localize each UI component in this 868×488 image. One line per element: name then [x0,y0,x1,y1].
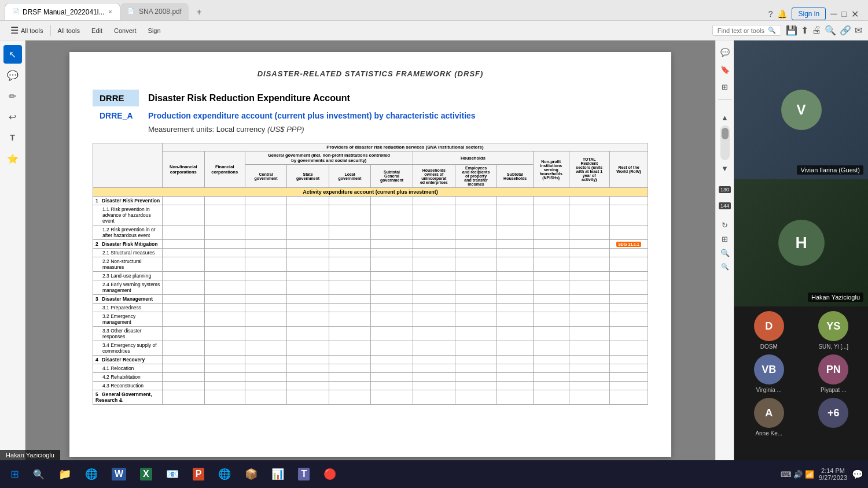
cell [569,197,609,205]
help-icon[interactable]: ? [768,9,773,19]
pencil-tool[interactable]: ✏ [3,87,22,105]
row-3-1-label: 3.1 Preparedness [93,304,163,312]
refresh-right-btn[interactable]: ↻ [718,218,732,232]
minimize-btn[interactable]: ─ [830,9,837,19]
sun-name: SUN, Yi [...] [818,343,848,350]
text-tool[interactable]: T [3,128,22,147]
sign-button[interactable]: Sign [144,25,165,36]
cell [329,197,370,205]
search-button[interactable]: 🔍 [27,467,50,482]
table-row: 4.2 Rehabilitation [93,373,648,382]
grid-right-btn[interactable]: ⊞ [718,80,732,94]
participant-piyapat[interactable]: PN Piyapat ... [804,354,864,393]
participant-sun[interactable]: YS SUN, Yi [...] [804,311,864,350]
powerpoint-button[interactable]: P [187,465,211,483]
bookmark-right-btn[interactable]: 🔖 [718,62,732,76]
notification-icon[interactable]: 🔔 [777,9,787,19]
expand-right-btn[interactable]: ⊞ [718,232,732,246]
chat-right-btn[interactable]: 💬 [718,45,732,59]
hakan-video-bg: H [734,179,868,306]
video-vivian: V Vivian Ilarina (Guest) [734,40,868,179]
col-non-fin: Non-financialcorporations [163,151,205,188]
zoom-in-btn[interactable]: 🔍 [718,246,732,260]
link-icon[interactable]: 🔗 [840,25,851,36]
participant-virginia[interactable]: VB Virginia ... [739,354,799,393]
drre-title: Disaster Risk Reduction Expenditure Acco… [148,93,350,103]
teams-button[interactable]: T [292,465,315,483]
menu-button[interactable]: ☰ All tools [6,23,48,38]
search-toolbar[interactable]: Find text or tools 🔍 [712,25,781,36]
measurement-label: Measurement units: Local currency [148,125,265,134]
scroll-up-btn[interactable]: ▲ [718,110,732,124]
clock-time: 2:14 PM [819,467,847,474]
drre-section: DRRE Disaster Risk Reduction Expenditure… [93,90,648,134]
col-subtotal-hh: SubtotalHouseholds [497,165,534,188]
general-gov-header: General government (incl. non-profit ins… [245,151,413,165]
edge-button[interactable]: 🌐 [79,465,104,483]
start-button[interactable]: ⊞ [5,465,25,483]
zoom-out-btn[interactable]: 🔍 [718,260,732,273]
row-3-2-label: 3.2 Emergency management [93,312,163,327]
row-4-2-label: 4.2 Rehabilitation [93,373,163,382]
maximize-btn[interactable]: □ [842,9,847,19]
tab-favicon-2: 📄 [127,8,135,16]
more-count: +6 [827,407,840,419]
table-row: 5 General Government, Research & [93,390,648,405]
email-icon[interactable]: ✉ [855,25,862,36]
page-number-144: 144 [719,202,731,209]
edit-button[interactable]: Edit [87,25,107,36]
sign-in-button[interactable]: Sign in [792,8,826,20]
video-hakan: H Hakan Yazicioglu [734,179,868,306]
acrobat-taskbar-button[interactable]: 🔴 [318,465,342,483]
clock-date: 9/27/2023 [819,474,847,481]
word-icon: W [112,468,126,480]
table-row: 3.2 Emergency management [93,312,648,327]
participant-dosm[interactable]: D DOSM [739,311,799,350]
comment-tool[interactable]: 💬 [3,66,22,84]
app2-button[interactable]: 📊 [266,465,290,483]
notification-taskbar-icon[interactable]: 💬 [852,469,863,480]
tab-close-1[interactable]: × [108,8,113,16]
dosm-name: DOSM [760,343,778,350]
word-button[interactable]: W [106,465,132,483]
new-tab-button[interactable]: + [191,4,207,20]
save-icon[interactable]: 💾 [786,25,797,36]
acrobat-right-toolbar: 💬 🔖 ⊞ ▲ ▼ 130 144 ↻ ⊞ 🔍 🔍 [715,40,734,460]
print-icon[interactable]: 🖨 [812,25,821,36]
anne-name: Anne Ke... [755,430,782,437]
windows-icon: ⊞ [10,468,19,480]
cell [287,197,329,205]
file-explorer-button[interactable]: 📁 [53,465,77,483]
pdf-page: DISASTER-RELATED STATISTICS FRAMEWORK (D… [69,52,671,457]
participant-more[interactable]: +6 [804,398,864,437]
outlook-button[interactable]: 📧 [160,465,185,483]
convert-button[interactable]: Convert [109,25,141,36]
excel-button[interactable]: X [134,465,158,483]
participant-anne[interactable]: A Anne Ke... [739,398,799,437]
stamp-tool[interactable]: ⭐ [3,149,22,168]
row-1-label: 1 Disaster Risk Prevention [93,197,163,205]
col-central: Centralgovernment [245,165,286,188]
close-btn[interactable]: ✕ [851,9,859,20]
taskbar-right: ⌨ 🔊 📶 2:14 PM 9/27/2023 💬 [781,467,863,481]
virginia-initials: VB [762,364,776,376]
tab-drsf[interactable]: 📄 DRSF Manual_2022041l... × [5,3,120,20]
all-tools-button[interactable]: All tools [53,25,85,36]
select-tool[interactable]: ↖ [3,45,22,64]
taskbar: ⊞ 🔍 📁 🌐 W X 📧 P 🌐 📦 📊 T 🔴 ⌨ 🔊 📶 2:14 PM … [0,460,868,488]
main-content: ↖ 💬 ✏ ↩ T ⭐ DISASTER-RELATED STATISTICS … [0,40,868,460]
app1-button[interactable]: 📦 [239,465,263,483]
scroll-down-btn[interactable]: ▼ [718,161,732,175]
virginia-name: Virginia ... [756,387,782,393]
col-npishs: Non-profitinstitutionsservinghouseholds(… [533,151,569,188]
acrobat-icon: 🔴 [323,468,336,480]
lens-icon[interactable]: 🔍 [825,25,836,36]
edge-icon: 🌐 [85,468,98,480]
tab-sna[interactable]: 📄 SNA 2008.pdf [120,3,189,20]
dosm-avatar: D [754,311,784,341]
chrome-button[interactable]: 🌐 [212,465,237,483]
pdf-viewer[interactable]: DISASTER-RELATED STATISTICS FRAMEWORK (D… [25,40,715,460]
cell [533,197,569,205]
curve-tool[interactable]: ↩ [3,108,22,126]
upload-icon[interactable]: ⬆ [801,25,808,36]
